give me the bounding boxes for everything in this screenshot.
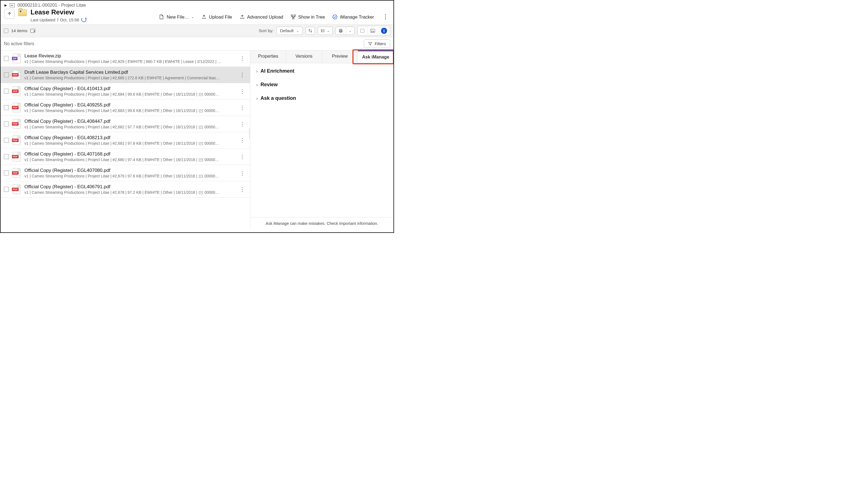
file-row[interactable]: ZIPLease Review.zipv1 | Cameo Streaming … xyxy=(1,51,250,67)
row-checkbox[interactable] xyxy=(4,170,9,176)
svg-point-3 xyxy=(333,15,337,19)
pdf-file-icon: PDF xyxy=(13,168,20,178)
pdf-file-icon: PDF xyxy=(13,70,20,79)
file-meta: v1 | Cameo Streaming Productions | Proje… xyxy=(24,92,234,96)
open-in-new-icon[interactable] xyxy=(30,29,35,33)
svg-point-5 xyxy=(321,31,322,31)
advanced-upload-label: Advanced Upload xyxy=(247,14,283,20)
tab-versions[interactable]: Versions xyxy=(286,51,322,63)
row-checkbox[interactable] xyxy=(4,138,9,143)
active-filters-text: No active filters xyxy=(4,41,34,46)
panel-toggle-checkbox[interactable] xyxy=(358,27,367,34)
more-actions-button[interactable]: ⋮ xyxy=(381,14,389,20)
sort-by-label: Sort by: xyxy=(259,28,273,33)
print-dropdown[interactable]: ⌄ xyxy=(346,27,354,34)
row-checkbox[interactable] xyxy=(4,105,9,110)
tab-properties[interactable]: Properties xyxy=(250,51,286,63)
preview-pane-toggle[interactable] xyxy=(367,27,378,34)
advanced-upload-button[interactable]: Advanced Upload xyxy=(240,14,283,20)
detail-tabs: Properties Versions Preview Ask iManage xyxy=(250,51,394,63)
file-row[interactable]: PDFOfficial Copy (Register) - EGL408447.… xyxy=(1,116,250,132)
zip-file-icon: ZIP xyxy=(13,54,20,63)
file-meta: v1 | Cameo Streaming Productions | Proje… xyxy=(24,158,234,162)
row-more-button[interactable]: ⋮ xyxy=(238,55,247,62)
file-name: Draft Lease Barclays Capital Services Li… xyxy=(24,70,234,75)
info-pane-toggle[interactable]: i xyxy=(378,26,390,35)
svg-rect-1 xyxy=(294,15,295,16)
chevron-right-icon: › xyxy=(256,96,258,101)
row-checkbox[interactable] xyxy=(4,122,9,126)
row-more-button[interactable]: ⋮ xyxy=(238,104,247,111)
svg-rect-0 xyxy=(291,15,293,16)
last-updated-text: Last Updated 7 Oct, 15:56 xyxy=(31,17,79,22)
pdf-file-icon: PDF xyxy=(13,119,20,129)
row-more-button[interactable]: ⋮ xyxy=(238,137,247,144)
sort-select[interactable]: Default ⌄ xyxy=(276,26,303,35)
file-name: Official Copy (Register) - EGL408213.pdf xyxy=(24,135,234,141)
chevron-down-icon: ⌄ xyxy=(327,29,330,33)
select-all-checkbox[interactable] xyxy=(4,29,8,33)
chevron-right-icon: › xyxy=(256,69,258,73)
reference-icon xyxy=(199,159,203,161)
view-mode-group: ⌄ xyxy=(318,26,333,35)
expand-tree-icon[interactable]: ▶ xyxy=(4,3,7,7)
row-checkbox[interactable] xyxy=(4,56,9,61)
file-row[interactable]: PDFDraft Lease Barclays Capital Services… xyxy=(1,67,250,83)
breadcrumb-text[interactable]: 00000210.L-000201 - Project Litae xyxy=(17,3,86,8)
reference-icon xyxy=(199,191,203,194)
row-checkbox[interactable] xyxy=(4,89,9,94)
refresh-icon[interactable] xyxy=(81,17,86,22)
filters-button-label: Filters xyxy=(375,41,386,46)
row-more-button[interactable]: ⋮ xyxy=(238,153,247,160)
file-list: ZIPLease Review.zipv1 | Cameo Streaming … xyxy=(1,51,250,230)
row-more-button[interactable]: ⋮ xyxy=(238,170,247,176)
tab-preview[interactable]: Preview xyxy=(322,51,358,63)
print-group: ⌄ xyxy=(335,26,355,35)
upload-file-button[interactable]: Upload File xyxy=(201,14,232,20)
page-title: Lease Review xyxy=(31,8,86,16)
pdf-file-icon: PDF xyxy=(13,185,20,194)
chevron-down-icon: ⌄ xyxy=(191,15,194,19)
row-checkbox[interactable] xyxy=(4,154,9,159)
accordion-label: Ask a question xyxy=(261,95,296,101)
filters-button[interactable]: Filters xyxy=(364,39,390,48)
imanage-tracker-button[interactable]: iManage Tracker xyxy=(332,14,374,20)
accordion-review[interactable]: › Review xyxy=(256,82,387,88)
panel-toggle-group: i xyxy=(358,26,390,36)
upload-file-label: Upload File xyxy=(209,14,232,20)
list-view-button[interactable]: ⌄ xyxy=(318,27,332,35)
show-in-tree-button[interactable]: Show in Tree xyxy=(291,14,325,20)
file-row[interactable]: PDFOfficial Copy (Register) - EGL407168.… xyxy=(1,149,250,165)
reference-icon xyxy=(199,126,203,129)
navigate-up-button[interactable] xyxy=(4,9,14,19)
reference-icon xyxy=(199,93,203,96)
accordion-ai-enrichment[interactable]: › AI Enrichment xyxy=(256,68,387,74)
accordion-ask-question[interactable]: › Ask a question xyxy=(256,95,387,101)
row-more-button[interactable]: ⋮ xyxy=(238,88,247,94)
file-row[interactable]: PDFOfficial Copy (Register) - EGL409255.… xyxy=(1,100,250,116)
file-row[interactable]: PDFOfficial Copy (Register) - EGL408213.… xyxy=(1,132,250,149)
sort-direction-button[interactable] xyxy=(306,27,315,35)
file-row[interactable]: PDFOfficial Copy (Register) - EGL407080.… xyxy=(1,165,250,181)
row-more-button[interactable]: ⋮ xyxy=(238,121,247,127)
file-name: Official Copy (Register) - EGL408447.pdf xyxy=(24,119,234,124)
svg-rect-2 xyxy=(293,18,294,19)
workspace-icon xyxy=(10,3,15,7)
reference-icon xyxy=(199,109,203,112)
row-checkbox[interactable] xyxy=(4,72,9,77)
row-more-button[interactable]: ⋮ xyxy=(238,186,247,193)
file-name: Official Copy (Register) - EGL406791.pdf xyxy=(24,184,234,190)
file-meta: v1 | Cameo Streaming Productions | Proje… xyxy=(24,108,234,113)
pdf-file-icon: PDF xyxy=(13,136,20,145)
row-more-button[interactable]: ⋮ xyxy=(238,72,247,78)
file-row[interactable]: PDFOfficial Copy (Register) - EGL410413.… xyxy=(1,83,250,100)
file-meta: v1 | Cameo Streaming Productions | Proje… xyxy=(24,125,234,129)
chevron-down-icon: ⌄ xyxy=(349,29,352,33)
tab-ask-imanage[interactable]: Ask iManage xyxy=(358,51,394,63)
ai-disclaimer: Ask iManage can make mistakes. Check imp… xyxy=(250,217,394,230)
row-checkbox[interactable] xyxy=(4,187,9,192)
reference-icon xyxy=(199,175,203,178)
new-file-button[interactable]: New File… ⌄ xyxy=(159,14,194,20)
file-row[interactable]: PDFOfficial Copy (Register) - EGL406791.… xyxy=(1,181,250,198)
print-button[interactable] xyxy=(336,27,346,35)
